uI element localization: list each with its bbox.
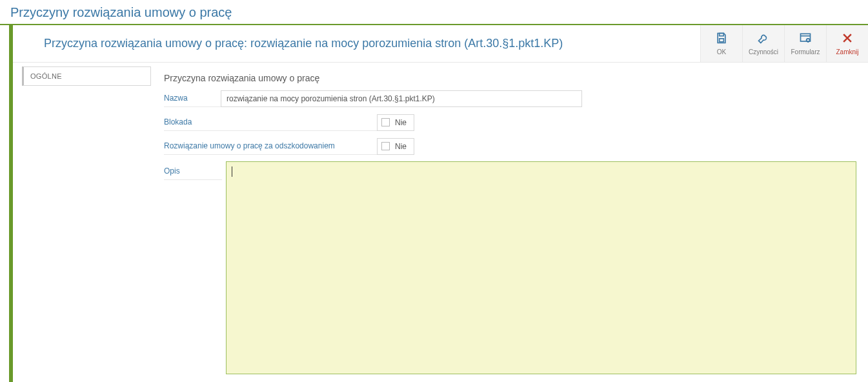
wrench-icon	[757, 32, 770, 46]
svg-rect-2	[801, 34, 811, 41]
toolbar: OK Czynności Formularz	[700, 25, 868, 62]
close-button[interactable]: Zamknij	[826, 25, 868, 62]
side-tabs: OGÓLNE	[22, 66, 151, 86]
name-input[interactable]	[221, 90, 582, 107]
tab-general[interactable]: OGÓLNE	[22, 66, 151, 86]
section-title: Przyczyna rozwiązania umowy o pracę	[164, 69, 860, 90]
lock-checkbox[interactable]: Nie	[377, 114, 414, 131]
svg-point-3	[807, 39, 810, 42]
row-compensation: Rozwiązanie umowy o pracę za odszkodowan…	[164, 137, 860, 155]
svg-rect-0	[720, 34, 724, 36]
checkbox-box-icon	[381, 142, 390, 150]
lock-label: Blokada	[164, 114, 377, 131]
toolbar-label: Czynności	[749, 48, 778, 55]
save-icon	[715, 32, 728, 46]
compensation-checkbox[interactable]: Nie	[377, 138, 414, 155]
checkbox-box-icon	[381, 118, 390, 126]
row-description: Opis	[164, 161, 860, 374]
form-panel: Przyczyna rozwiązania umowy o pracę: roz…	[9, 25, 868, 382]
description-label: Opis	[164, 163, 222, 180]
name-label: Nazwa	[164, 90, 221, 107]
lock-value-text: Nie	[395, 118, 407, 127]
panel-header: Przyczyna rozwiązania umowy o pracę: roz…	[13, 25, 868, 63]
toolbar-label: Formularz	[791, 48, 820, 55]
close-icon	[841, 32, 854, 46]
ok-button[interactable]: OK	[700, 25, 742, 62]
compensation-value-text: Nie	[395, 142, 407, 151]
description-textarea[interactable]	[226, 161, 856, 374]
panel-title: Przyczyna rozwiązania umowy o pracę: roz…	[13, 25, 700, 62]
svg-rect-1	[720, 39, 724, 42]
form-settings-icon	[799, 32, 812, 46]
actions-button[interactable]: Czynności	[742, 25, 784, 62]
row-lock: Blokada Nie	[164, 114, 860, 131]
toolbar-label: OK	[717, 48, 726, 55]
text-caret-icon	[232, 166, 232, 177]
toolbar-label: Zamknij	[836, 48, 858, 55]
form-button[interactable]: Formularz	[784, 25, 826, 62]
form-area: Przyczyna rozwiązania umowy o pracę Nazw…	[151, 66, 868, 382]
page-title: Przyczyny rozwiązania umowy o pracę	[0, 0, 868, 24]
row-name: Nazwa	[164, 90, 860, 107]
compensation-label: Rozwiązanie umowy o pracę za odszkodowan…	[164, 137, 377, 155]
